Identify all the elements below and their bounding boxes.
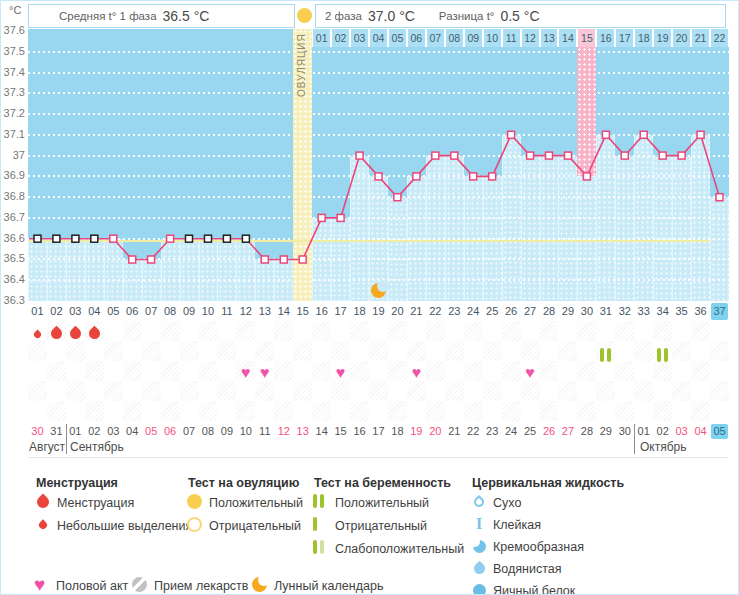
- grid-cell: [274, 361, 293, 381]
- temperature-marker[interactable]: [72, 235, 79, 242]
- cycle-day-cell[interactable]: 17: [332, 303, 349, 320]
- cycle-day-cell[interactable]: 25: [484, 303, 501, 320]
- temperature-marker[interactable]: [34, 235, 41, 242]
- cycle-day-cell[interactable]: 29: [559, 303, 576, 320]
- temperature-marker[interactable]: [716, 194, 723, 201]
- temperature-marker[interactable]: [91, 235, 98, 242]
- temperature-marker[interactable]: [129, 256, 136, 263]
- grid-cell: [217, 341, 236, 361]
- cycle-day-cell[interactable]: 09: [181, 303, 198, 320]
- cycle-day-cell[interactable]: 36: [692, 303, 709, 320]
- temperature-marker[interactable]: [470, 173, 477, 180]
- grid-cell: [161, 361, 180, 381]
- cycle-day-cell[interactable]: 28: [541, 303, 558, 320]
- cycle-day-cell[interactable]: 20: [389, 303, 406, 320]
- temperature-marker[interactable]: [697, 131, 704, 138]
- legend-item-label: Отрицательный: [209, 519, 301, 533]
- cycle-day-cell[interactable]: 37: [711, 303, 728, 320]
- menstruation-icon[interactable]: [68, 326, 84, 342]
- grid-cell: [47, 361, 66, 381]
- cycle-day-cell[interactable]: 16: [313, 303, 330, 320]
- temperature-marker[interactable]: [337, 214, 344, 221]
- cycle-day-cell[interactable]: 22: [427, 303, 444, 320]
- cycle-day-cell[interactable]: 33: [635, 303, 652, 320]
- temperature-marker[interactable]: [451, 152, 458, 159]
- temperature-marker[interactable]: [621, 152, 628, 159]
- grid-cell: [558, 341, 577, 361]
- grid-cell: [558, 381, 577, 401]
- temperature-marker[interactable]: [205, 235, 212, 242]
- cycle-day-cell[interactable]: 05: [105, 303, 122, 320]
- pregnancy-test-positive-icon[interactable]: [596, 348, 615, 362]
- cycle-day-cell[interactable]: 30: [578, 303, 595, 320]
- grid-cell: [28, 381, 47, 401]
- cycle-day-cell[interactable]: 02: [48, 303, 65, 320]
- cycle-day-cell[interactable]: 23: [446, 303, 463, 320]
- temperature-marker[interactable]: [280, 256, 287, 263]
- temperature-marker[interactable]: [640, 131, 647, 138]
- intercourse-icon[interactable]: ♥: [407, 364, 426, 382]
- temperature-marker[interactable]: [356, 152, 363, 159]
- temperature-marker[interactable]: [678, 152, 685, 159]
- temperature-marker[interactable]: [508, 131, 515, 138]
- cycle-day-cell[interactable]: 03: [67, 303, 84, 320]
- cycle-day-cell[interactable]: 08: [162, 303, 179, 320]
- temperature-marker[interactable]: [223, 235, 230, 242]
- cycle-day-cell[interactable]: 26: [503, 303, 520, 320]
- cycle-day-cell[interactable]: 10: [200, 303, 217, 320]
- month-label: Сентябрь: [70, 440, 124, 454]
- cycle-day-cell[interactable]: 24: [465, 303, 482, 320]
- temperature-marker[interactable]: [110, 235, 117, 242]
- lunar-calendar-icon[interactable]: [371, 283, 386, 298]
- cycle-day-cell[interactable]: 35: [673, 303, 690, 320]
- temperature-marker[interactable]: [394, 194, 401, 201]
- cycle-day-cell[interactable]: 14: [275, 303, 292, 320]
- menstruation-icon[interactable]: [33, 330, 43, 340]
- cycle-day-cell[interactable]: 21: [408, 303, 425, 320]
- cycle-day-cell[interactable]: 01: [29, 303, 46, 320]
- intercourse-icon[interactable]: ♥: [331, 364, 350, 382]
- temperature-marker[interactable]: [242, 235, 249, 242]
- intercourse-icon[interactable]: ♥: [255, 364, 274, 382]
- cycle-day-cell[interactable]: 32: [616, 303, 633, 320]
- cycle-day-cell[interactable]: 11: [218, 303, 235, 320]
- pregnancy-test-positive-icon[interactable]: [653, 348, 672, 362]
- temperature-marker[interactable]: [527, 152, 534, 159]
- intercourse-icon[interactable]: ♥: [521, 364, 540, 382]
- cycle-day-cell[interactable]: 04: [86, 303, 103, 320]
- cycle-day-cell[interactable]: 18: [351, 303, 368, 320]
- temperature-marker[interactable]: [565, 152, 572, 159]
- cycle-day-cell[interactable]: 07: [143, 303, 160, 320]
- temperature-marker[interactable]: [186, 235, 193, 242]
- grid-cell: [199, 401, 218, 421]
- y-axis-tick: 36.4: [1, 273, 25, 285]
- grid-cell: [521, 381, 540, 401]
- temperature-marker[interactable]: [299, 256, 306, 263]
- intercourse-icon[interactable]: ♥: [236, 364, 255, 382]
- temperature-marker[interactable]: [602, 131, 609, 138]
- temperature-marker[interactable]: [659, 152, 666, 159]
- temperature-marker[interactable]: [318, 214, 325, 221]
- cycle-day-cell[interactable]: 34: [654, 303, 671, 320]
- temperature-marker[interactable]: [413, 173, 420, 180]
- cycle-day-cell[interactable]: 12: [237, 303, 254, 320]
- date-cell: 10: [237, 424, 254, 439]
- cycle-day-cell[interactable]: 27: [522, 303, 539, 320]
- temperature-marker[interactable]: [167, 235, 174, 242]
- temperature-marker[interactable]: [432, 152, 439, 159]
- temperature-marker[interactable]: [375, 173, 382, 180]
- cycle-day-cell[interactable]: 15: [294, 303, 311, 320]
- bars-double-icon: [313, 494, 329, 510]
- circle-outline-icon: [187, 517, 203, 533]
- cycle-day-cell[interactable]: 13: [256, 303, 273, 320]
- temperature-marker[interactable]: [546, 152, 553, 159]
- cycle-day-cell[interactable]: 19: [370, 303, 387, 320]
- temperature-marker[interactable]: [53, 235, 60, 242]
- temperature-marker[interactable]: [583, 173, 590, 180]
- temperature-marker[interactable]: [148, 256, 155, 263]
- temperature-marker[interactable]: [489, 173, 496, 180]
- legend-item-label: Половой акт: [56, 579, 128, 593]
- cycle-day-cell[interactable]: 06: [124, 303, 141, 320]
- temperature-marker[interactable]: [261, 256, 268, 263]
- cycle-day-cell[interactable]: 31: [597, 303, 614, 320]
